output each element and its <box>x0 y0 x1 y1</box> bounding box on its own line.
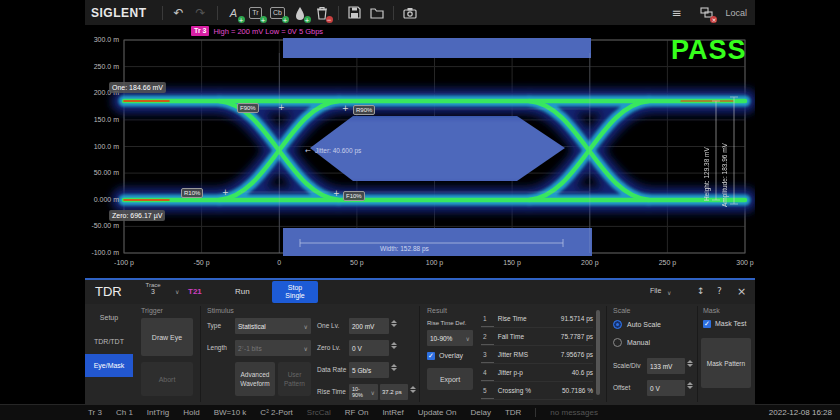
type-dropdown[interactable]: Statistical ∨ <box>235 318 311 334</box>
rise-time-input[interactable]: 37.2 ps <box>380 384 408 400</box>
table-row: 4 Jitter p-p 40.6 ps <box>481 364 593 382</box>
result-section-label: Result <box>427 307 447 314</box>
result-def-dropdown[interactable]: 10-90% ∨ <box>427 330 473 346</box>
overlay-checkbox[interactable]: ✓ <box>427 352 435 360</box>
data-rate-input[interactable]: 5 Gb/s <box>349 362 389 378</box>
status-bar: Tr 3 Ch 1 IntTrig Hold BW=10 k C² 2-Port… <box>0 404 840 420</box>
status-bandwidth: BW=10 k <box>214 408 247 417</box>
data-rate-label: Data Rate <box>317 366 346 373</box>
toolbar-divider <box>393 6 394 20</box>
row-index: 5 <box>481 382 494 399</box>
undo-icon[interactable]: ↶ <box>170 4 188 22</box>
mask-bottom-region <box>283 228 592 256</box>
one-level-stepper[interactable] <box>391 320 397 327</box>
file-menu[interactable]: File <box>650 287 661 294</box>
y-axis-tick: 0.000 m <box>85 196 119 204</box>
section-divider <box>697 306 698 402</box>
offset-stepper[interactable] <box>687 382 693 389</box>
export-button[interactable]: Export <box>427 368 473 390</box>
screenshot-icon[interactable] <box>401 4 419 22</box>
length-value: 2⁷-1 bits <box>238 345 262 352</box>
add-waveform-icon[interactable]: A + <box>225 4 243 22</box>
delete-icon[interactable]: − <box>313 4 331 22</box>
marker-add-icon[interactable]: + <box>291 4 309 22</box>
row-index: 3 <box>481 346 494 363</box>
row-index: 4 <box>481 364 494 381</box>
stimulus-section-label: Stimulus <box>207 307 234 314</box>
mask-pattern-button[interactable]: Mask Pattern <box>701 338 751 388</box>
r90-marker[interactable]: R90% <box>353 105 375 115</box>
length-dropdown[interactable]: 2⁷-1 bits ∨ <box>235 340 311 356</box>
y-axis-tick: 150.0 m <box>85 116 119 124</box>
zero-level-input[interactable]: 0 V <box>349 340 389 356</box>
x-axis-tick: -100 p <box>102 259 146 267</box>
expand-panel-icon[interactable]: ↕ <box>697 286 705 296</box>
stop-single-button[interactable]: Stop Single <box>272 281 318 303</box>
x-axis-tick: 100 p <box>413 259 457 267</box>
row-value: 50.7186 % <box>548 387 593 394</box>
help-icon[interactable]: ? <box>717 286 722 296</box>
tab-eye-mask[interactable]: Eye/Mask <box>85 354 133 377</box>
network-status-icon[interactable]: × <box>697 4 715 22</box>
rise-time-stepper[interactable] <box>410 386 416 393</box>
trace-banner: Tr 3 High = 200 mV Low = 0V 5 Gbps <box>191 26 323 36</box>
add-channel-icon[interactable]: Cb + <box>269 4 287 22</box>
r10-marker[interactable]: R10% <box>181 188 203 198</box>
scale-div-input[interactable]: 133 mV <box>647 358 685 374</box>
width-label: Width: 152.88 ps <box>380 245 429 252</box>
toolbar-divider <box>217 6 218 20</box>
advanced-waveform-button[interactable]: Advanced Waveform <box>235 362 275 396</box>
trace-selector-value: 3 <box>133 288 173 295</box>
trace-selector[interactable]: Trace 3 <box>133 282 173 295</box>
x-axis-tick: 0 <box>257 259 301 267</box>
f10-marker[interactable]: F10% <box>343 191 365 201</box>
status-channel: Ch 1 <box>116 408 133 417</box>
overlay-label: Overlay <box>439 352 463 359</box>
close-panel-icon[interactable]: × <box>737 285 746 298</box>
add-trace-icon[interactable]: Tr + <box>247 4 265 22</box>
table-scrollbar[interactable] <box>596 310 600 395</box>
status-update: Update On <box>418 408 457 417</box>
row-value: 40.6 ps <box>548 369 593 376</box>
local-mode-label[interactable]: Local <box>725 8 747 18</box>
run-button[interactable]: Run <box>235 287 250 296</box>
data-rate-stepper[interactable] <box>391 364 397 371</box>
y-axis-tick: 100.0 m <box>85 143 119 151</box>
type-label: Type <box>207 322 221 329</box>
one-level-input[interactable]: 200 mV <box>349 318 389 334</box>
offset-value: 0 V <box>650 385 660 392</box>
jitter-arrow-icon: ← <box>305 147 311 155</box>
zero-level-stepper[interactable] <box>391 342 397 349</box>
mask-test-label: Mask Test <box>715 320 746 327</box>
tab-setup[interactable]: Setup <box>85 306 133 329</box>
zero-level-field-label: Zero Lv. <box>317 344 340 351</box>
open-file-icon[interactable] <box>368 4 386 22</box>
offset-input[interactable]: 0 V <box>647 380 685 396</box>
mask-test-checkbox[interactable]: ✓ <box>703 320 711 328</box>
auto-scale-label: Auto Scale <box>627 321 661 328</box>
abort-button[interactable]: Abort <box>141 362 193 396</box>
plus-badge: + <box>260 16 267 23</box>
length-label: Length <box>207 344 227 351</box>
redo-icon[interactable]: ↷ <box>192 4 210 22</box>
display-settings-icon[interactable]: ≡ <box>667 4 685 22</box>
trace-name-label[interactable]: T21 <box>188 287 202 296</box>
auto-scale-radio[interactable] <box>613 320 622 329</box>
rise-time-def-dropdown[interactable]: 10-90% ∨ <box>349 384 378 400</box>
rise-time-value: 37.2 ps <box>382 389 402 395</box>
offline-badge: × <box>710 16 717 23</box>
f90-marker[interactable]: F90% <box>237 103 259 113</box>
trace-badge[interactable]: Tr 3 <box>191 26 209 36</box>
scale-div-stepper[interactable] <box>687 360 693 367</box>
tab-tdr-tdt[interactable]: TDR/TDT <box>85 330 133 353</box>
chevron-down-icon: ∨ <box>667 289 671 296</box>
table-row: 1 Rise Time 91.5714 ps <box>481 310 593 328</box>
rise-time-def-label: Rise Time Def. <box>427 320 466 326</box>
user-pattern-button[interactable]: User Pattern <box>278 362 311 396</box>
draw-eye-button[interactable]: Draw Eye <box>141 318 193 356</box>
manual-scale-radio[interactable] <box>613 338 622 347</box>
row-name: Rise Time <box>494 315 549 322</box>
eye-diagram-canvas <box>85 25 755 278</box>
save-icon[interactable] <box>346 4 364 22</box>
one-level-field-label: One Lv. <box>317 322 339 329</box>
